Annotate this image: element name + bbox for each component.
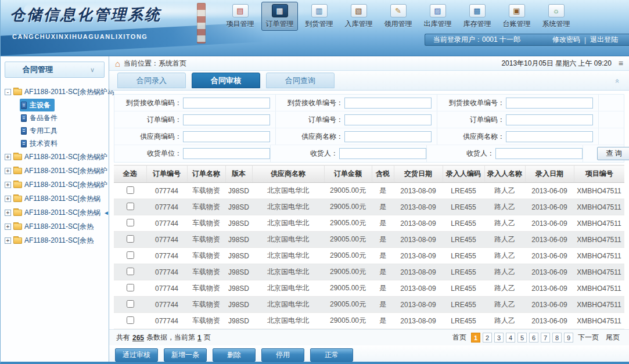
add-button[interactable]: 新增一条 xyxy=(164,348,207,362)
normal-button[interactable]: 正常 xyxy=(310,348,353,362)
tree-folder-item[interactable]: +AF1188-2011-SC[余热锅炉 xyxy=(5,150,106,164)
page-number-8[interactable]: 8 xyxy=(552,333,562,343)
search-field-input[interactable] xyxy=(344,98,432,109)
tab-review[interactable]: 合同审核 xyxy=(192,73,260,88)
table-cell: XMBHO47511 xyxy=(574,248,624,264)
table-cell: J98SD xyxy=(225,232,252,248)
row-checkbox[interactable] xyxy=(127,300,134,308)
nav-item-label: 出库管理 xyxy=(424,19,452,29)
folder-icon xyxy=(13,182,22,188)
tree-doc-item[interactable]: 专用工具 xyxy=(20,124,62,137)
table-cell: 2013-06-09 xyxy=(525,297,574,313)
tab-entry[interactable]: 合同录入 xyxy=(117,73,186,88)
content-area: 合同管理 ∨ -AF1188-2011-SC[余热锅炉岛主设备备品备件专用工具技… xyxy=(1,56,629,362)
tree-folder-item[interactable]: -AF1188-2011-SC[余热锅炉岛 xyxy=(5,85,106,99)
search-field-input[interactable] xyxy=(506,114,593,125)
sidebar-collapse-handle[interactable]: ◄ xyxy=(103,203,110,222)
search-field-input[interactable] xyxy=(183,148,270,159)
table-cell: 北京国电华北 xyxy=(252,313,324,329)
page-number-1[interactable]: 1 xyxy=(471,333,480,343)
folder-icon xyxy=(13,89,22,95)
page-number-2[interactable]: 2 xyxy=(483,333,492,343)
expand-icon[interactable]: + xyxy=(5,210,11,216)
nav-item-project[interactable]: ▤项目管理 xyxy=(222,2,258,31)
disable-button[interactable]: 停用 xyxy=(261,348,304,362)
nav-item-inbound[interactable]: ▧入库管理 xyxy=(340,2,377,31)
app-header: 仓储信息化管理系统 CANGCHUXINXIHUAGUANLIXITONG ▤项… xyxy=(1,0,629,56)
row-checkbox[interactable] xyxy=(127,186,134,194)
table-cell: 是 xyxy=(372,313,394,329)
nav-item-ledger[interactable]: ▣台账管理 xyxy=(498,2,535,31)
nav-item-outbound[interactable]: ▨出库管理 xyxy=(419,2,456,31)
search-field-input[interactable] xyxy=(344,131,432,142)
page-number-9[interactable]: 9 xyxy=(564,333,573,343)
tree-folder-item[interactable]: +AF1188-2011-SC[余热锅 xyxy=(5,192,106,206)
tree-doc-item[interactable]: 技术资料 xyxy=(20,137,62,150)
search-field-input[interactable] xyxy=(506,131,593,142)
first-page-link[interactable]: 首页 xyxy=(452,333,466,343)
nav-item-arrival[interactable]: ▥到货管理 xyxy=(301,2,337,31)
tree-folder-item[interactable]: +AF1188-2011-SC[余热 xyxy=(5,219,106,233)
next-page-link[interactable]: 下一页 xyxy=(578,333,599,343)
row-select-cell xyxy=(114,215,146,232)
row-checkbox[interactable] xyxy=(127,316,134,324)
search-field-input[interactable] xyxy=(339,148,426,159)
nav-item-inventory[interactable]: ▩库存管理 xyxy=(459,2,495,31)
page-number-5[interactable]: 5 xyxy=(517,333,527,343)
table-cell: 29005.00元 xyxy=(324,232,372,248)
tree-folder-item[interactable]: +AF1188-2011-SC[余热锅炉 xyxy=(5,164,106,178)
expand-icon[interactable]: + xyxy=(5,224,11,230)
change-password-link[interactable]: 修改密码 xyxy=(552,35,580,45)
table-cell: 2013-08-09 xyxy=(394,199,443,215)
page-number-4[interactable]: 4 xyxy=(506,333,515,343)
row-checkbox[interactable] xyxy=(127,251,134,259)
sidebar-module-selector[interactable]: 合同管理 ∨ xyxy=(5,62,105,78)
tab-bar: 合同录入合同审核合同查询« xyxy=(109,71,629,91)
column-header: 全选 xyxy=(114,165,146,183)
page-number-3[interactable]: 3 xyxy=(494,333,504,343)
expand-icon[interactable]: + xyxy=(5,168,11,174)
panel-collapse-icon[interactable]: « xyxy=(613,79,622,83)
tab-query[interactable]: 合同查询 xyxy=(266,73,335,88)
tree-folder-item[interactable]: +AF1188-2011-SC[余热 xyxy=(5,233,106,247)
tree-folder-item[interactable]: +AF1188-2011-SC[余热锅 xyxy=(5,206,106,219)
search-field-input[interactable] xyxy=(495,148,583,159)
search-field-input[interactable] xyxy=(183,131,270,142)
table-cell: 车载物资 xyxy=(187,280,225,297)
search-field-input[interactable] xyxy=(183,98,270,109)
search-field-input[interactable] xyxy=(183,114,270,125)
search-field-input[interactable] xyxy=(506,98,593,109)
collapse-icon[interactable]: - xyxy=(5,89,11,95)
row-checkbox[interactable] xyxy=(127,268,134,275)
table-cell: 2013-06-09 xyxy=(525,280,574,297)
expand-icon[interactable]: + xyxy=(5,182,11,188)
table-cell: LRE455 xyxy=(443,183,484,199)
system-icon: ☼ xyxy=(548,4,565,17)
row-checkbox[interactable] xyxy=(127,203,134,210)
tree-folder-item[interactable]: +AF1188-2011-SC[余热锅炉 xyxy=(5,178,106,192)
row-checkbox[interactable] xyxy=(127,284,134,291)
logout-link[interactable]: 退出登陆 xyxy=(590,35,618,45)
search-field-input[interactable] xyxy=(344,114,432,125)
expand-icon[interactable]: + xyxy=(5,196,11,202)
menu-icon[interactable]: ≡ xyxy=(619,59,623,68)
row-checkbox[interactable] xyxy=(127,235,134,243)
delete-button[interactable]: 删除 xyxy=(213,348,256,362)
table-row: 077744车载物资J98SD北京国电华北29005.00元是2013-08-0… xyxy=(114,297,624,313)
search-button[interactable]: 查 询 xyxy=(597,147,629,160)
page-number-7[interactable]: 7 xyxy=(541,333,550,343)
folder-icon xyxy=(13,224,22,230)
last-page-link[interactable]: 尾页 xyxy=(606,333,620,343)
approve-button[interactable]: 通过审核 xyxy=(115,348,158,362)
row-checkbox[interactable] xyxy=(127,219,134,226)
table-cell: 2013-08-09 xyxy=(394,297,443,313)
nav-item-requisition[interactable]: ✎领用管理 xyxy=(380,2,416,31)
expand-icon[interactable]: + xyxy=(5,154,11,160)
tree-doc-item[interactable]: 备品备件 xyxy=(20,111,62,124)
expand-icon[interactable]: + xyxy=(5,237,11,244)
nav-item-label: 库存管理 xyxy=(463,19,491,29)
page-number-6[interactable]: 6 xyxy=(529,333,538,343)
nav-item-order[interactable]: ▦订单管理 xyxy=(261,2,298,31)
tree-doc-item[interactable]: 主设备 xyxy=(20,99,55,111)
nav-item-system[interactable]: ☼系统管理 xyxy=(538,2,574,31)
